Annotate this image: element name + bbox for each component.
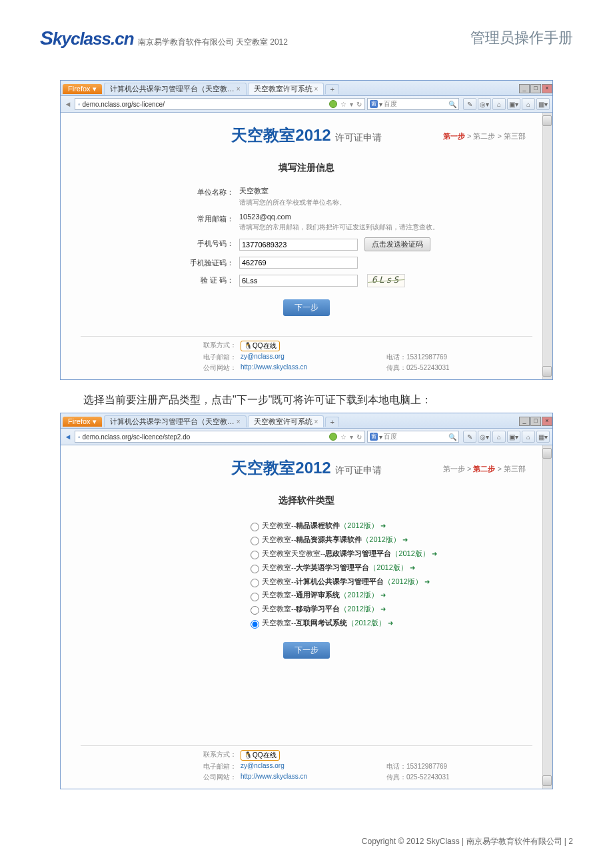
software-radio[interactable] — [251, 579, 259, 587]
doc-header: Skyclass.cn 南京易学教育软件有限公司 天空教室 2012 管理员操作… — [40, 27, 573, 53]
software-option[interactable]: 天空教室--精品课程软件（2012版）➜ — [247, 519, 532, 533]
software-option[interactable]: 天空教室--大学英语学习管理平台（2012版）➜ — [247, 561, 532, 575]
arrow-icon: ➜ — [380, 591, 386, 599]
software-radio[interactable] — [251, 565, 259, 573]
software-option[interactable]: 天空教室--移动学习平台（2012版）➜ — [247, 602, 532, 616]
page-footer: Copyright © 2012 SkyClass | 南京易学教育软件有限公司… — [0, 816, 613, 861]
tool-icon[interactable]: ⌂ — [522, 431, 535, 443]
arrow-icon: ➜ — [380, 522, 386, 529]
url-bar[interactable]: ▫ demo.nclass.org/sc-licence/step2.do ☆ … — [75, 431, 365, 443]
new-tab-button[interactable]: + — [325, 84, 338, 94]
arrow-icon: ➜ — [380, 605, 386, 613]
tool-icon[interactable]: ◎▾ — [478, 431, 491, 443]
tab-1[interactable]: 计算机公共课学习管理平台（天空教…× — [104, 415, 247, 427]
new-tab-button[interactable]: + — [325, 417, 338, 427]
url-text: demo.nclass.org/sc-licence/step2.do — [83, 433, 326, 441]
firefox-menu-button[interactable]: Firefox ▾ — [63, 84, 102, 94]
apps-icon[interactable]: ▦▾ — [536, 431, 550, 443]
tool-icon[interactable]: ▣▾ — [507, 431, 520, 443]
footer-site[interactable]: http://www.skyclass.cn — [241, 363, 307, 371]
screenshot-1: Firefox ▾ 计算机公共课学习管理平台（天空教…× 天空教室许可系统× +… — [60, 80, 553, 380]
back-button[interactable]: ◄ — [63, 99, 73, 109]
email-hint: 请填写您的常用邮箱，我们将把许可证发送到该邮箱，请注意查收。 — [239, 223, 439, 232]
search-box[interactable]: 窗 ▾ 百度 🔍 — [367, 431, 459, 443]
footer-site[interactable]: http://www.skyclass.cn — [241, 773, 307, 780]
security-icon — [329, 100, 337, 108]
dropdown-icon[interactable]: ▾ — [350, 433, 353, 441]
captcha-input[interactable] — [239, 275, 358, 287]
software-option[interactable]: 天空教室--互联网考试系统（2012版）➜ — [247, 616, 532, 630]
software-radio[interactable] — [251, 537, 259, 545]
window-buttons[interactable]: _□× — [518, 416, 552, 426]
reload-icon[interactable]: ↻ — [356, 433, 362, 441]
tab-close-icon[interactable]: × — [314, 418, 318, 425]
phone-input[interactable] — [239, 239, 358, 251]
footer-email[interactable]: zy@nclass.org — [241, 762, 285, 769]
search-icon[interactable]: 🔍 — [448, 101, 456, 108]
qq-badge[interactable]: QQ在线 — [241, 750, 280, 761]
tab-close-icon[interactable]: × — [237, 85, 241, 93]
footer-email[interactable]: zy@nclass.org — [241, 353, 285, 360]
arrow-icon: ➜ — [424, 578, 430, 585]
section-title: 填写注册信息 — [81, 162, 532, 174]
tool-icon[interactable]: ⌂ — [522, 98, 535, 110]
apps-icon[interactable]: ▦▾ — [536, 98, 550, 110]
software-option[interactable]: 天空教室--通用评审系统（2012版）➜ — [247, 588, 532, 602]
tab-1[interactable]: 计算机公共课学习管理平台（天空教…× — [104, 83, 247, 95]
tool-icon[interactable]: ✎ — [463, 98, 476, 110]
tab-close-icon[interactable]: × — [314, 85, 318, 93]
home-icon[interactable]: ⌂ — [492, 431, 506, 443]
page-id-icon: ▫ — [78, 101, 81, 108]
dropdown-icon[interactable]: ▾ — [350, 101, 353, 108]
tool-icon[interactable]: ✎ — [463, 431, 476, 443]
tab-close-icon[interactable]: × — [237, 418, 241, 425]
next-button[interactable]: 下一步 — [283, 299, 330, 316]
scrollbar[interactable] — [542, 113, 552, 379]
reload-icon[interactable]: ↻ — [356, 101, 362, 108]
software-radio[interactable] — [251, 620, 259, 629]
email-value: 10523@qq.com — [239, 213, 439, 221]
screenshot-2: Firefox ▾ 计算机公共课学习管理平台（天空教…× 天空教室许可系统× +… — [60, 413, 553, 789]
software-type-list: 天空教室--精品课程软件（2012版）➜天空教室--精品资源共享课软件（2012… — [247, 519, 532, 630]
tool-icon[interactable]: ▣▾ — [507, 98, 520, 110]
next-button[interactable]: 下一步 — [283, 642, 330, 659]
email-label: 常用邮箱： — [81, 213, 239, 224]
site-footer: 联系方式： QQ在线 电子邮箱： zy@nclass.org 电话：153129… — [81, 336, 532, 373]
arrow-icon: ➜ — [410, 564, 415, 571]
doc-title: 管理员操作手册 — [470, 28, 573, 48]
bookmark-icon[interactable]: ☆ — [340, 101, 346, 108]
smscode-input[interactable] — [239, 257, 358, 269]
qq-badge[interactable]: QQ在线 — [241, 341, 280, 351]
logo-sub: 南京易学教育软件有限公司 天空教室 2012 — [138, 37, 288, 48]
send-sms-button[interactable]: 点击发送验证码 — [364, 237, 430, 251]
smscode-label: 手机验证码： — [81, 257, 239, 268]
software-option[interactable]: 天空教室--计算机公共课学习管理平台（2012版）➜ — [247, 575, 532, 589]
captcha-image[interactable]: 6LsS — [367, 274, 405, 287]
baidu-icon: 窗 — [370, 100, 378, 108]
step-indicator: 第一步 > 第二步 > 第三部 — [443, 131, 526, 141]
tool-icon[interactable]: ◎▾ — [478, 98, 491, 110]
baidu-icon: 窗 — [370, 433, 378, 441]
software-radio[interactable] — [251, 551, 259, 559]
search-box[interactable]: 窗 ▾ 百度 🔍 — [367, 98, 459, 110]
software-option[interactable]: 天空教室天空教室--思政课学习管理平台（2012版）➜ — [247, 547, 532, 561]
tab-2[interactable]: 天空教室许可系统× — [248, 415, 324, 427]
tab-2[interactable]: 天空教室许可系统× — [248, 83, 324, 95]
search-icon[interactable]: 🔍 — [448, 433, 456, 441]
window-buttons[interactable]: _□× — [518, 83, 552, 93]
scrollbar[interactable] — [542, 445, 552, 789]
software-radio[interactable] — [251, 593, 259, 601]
arrow-icon: ➜ — [432, 550, 437, 557]
step-indicator: 第一步 > 第二步 > 第三部 — [443, 464, 526, 474]
back-button[interactable]: ◄ — [63, 432, 73, 441]
url-bar[interactable]: ▫ demo.nclass.org/sc-licence/ ☆ ▾ ↻ — [75, 98, 365, 110]
firefox-menu-button[interactable]: Firefox ▾ — [63, 417, 102, 427]
page-id-icon: ▫ — [78, 433, 81, 441]
software-radio[interactable] — [251, 523, 259, 531]
bookmark-icon[interactable]: ☆ — [340, 433, 346, 441]
captcha-label: 验 证 码： — [81, 274, 239, 285]
software-radio[interactable] — [251, 606, 259, 615]
software-option[interactable]: 天空教室--精品资源共享课软件（2012版）➜ — [247, 533, 532, 547]
section-title: 选择软件类型 — [81, 495, 532, 507]
home-icon[interactable]: ⌂ — [492, 98, 506, 110]
